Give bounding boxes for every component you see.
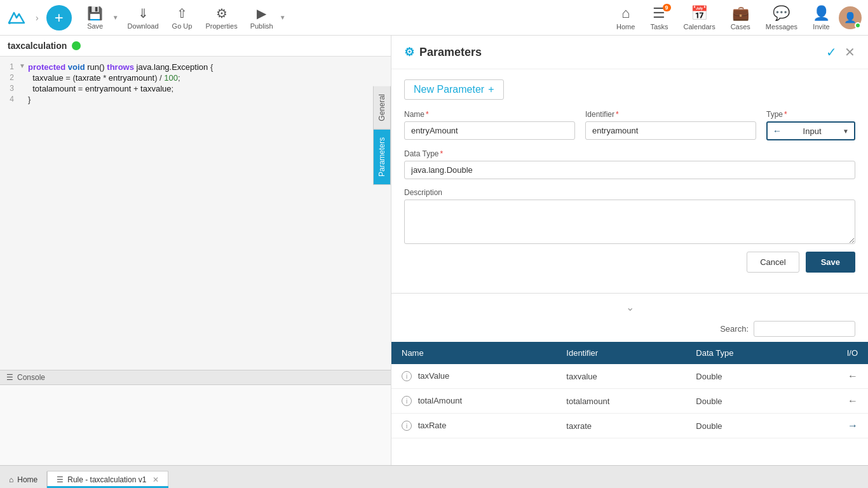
search-input[interactable] <box>754 321 855 337</box>
console-icon: ☰ <box>6 373 13 382</box>
calendars-icon: 📅 <box>691 5 708 22</box>
nav-tasks[interactable]: 9 ☰ Tasks <box>644 3 674 33</box>
tab-general[interactable]: General <box>373 86 391 130</box>
avatar-online-dot <box>855 22 861 29</box>
download-label: Download <box>128 22 159 30</box>
publish-group: ▶ Publish ▼ <box>245 3 287 32</box>
nav-messages[interactable]: 💬 Messages <box>759 3 804 33</box>
close-icon[interactable]: ✕ <box>844 44 855 60</box>
tab-close-icon[interactable]: ✕ <box>153 475 159 484</box>
code-text: totalamount = entryamount + taxvalue; <box>28 84 173 93</box>
properties-button[interactable]: ⚙ Properties <box>201 3 243 32</box>
download-button[interactable]: ⇓ Download <box>123 3 164 32</box>
properties-label: Properties <box>206 22 238 30</box>
type-select-arrow-left-icon: ← <box>773 126 782 136</box>
line-number: 3 <box>0 84 19 93</box>
info-icon[interactable]: i <box>402 421 412 431</box>
download-group: ⇓ Download <box>123 3 164 32</box>
nav-cases[interactable]: 💼 Cases <box>724 3 757 33</box>
save-button[interactable]: Save <box>806 252 855 273</box>
publish-dropdown-arrow[interactable]: ▼ <box>278 14 287 21</box>
divider <box>391 293 868 294</box>
nav-home[interactable]: ⌂ Home <box>610 3 641 33</box>
properties-icon: ⚙ <box>216 6 227 21</box>
col-io: I/O <box>804 342 868 364</box>
table-header: Name Identifier Data Type I/O <box>391 342 868 364</box>
side-tabs: General Parameters <box>373 86 391 185</box>
publish-label: Publish <box>250 22 273 30</box>
invite-icon: 👤 <box>813 5 830 22</box>
table-row: i totalAmount totalamount Double ← <box>391 389 868 414</box>
user-avatar[interactable]: 👤 <box>839 6 862 29</box>
cancel-button[interactable]: Cancel <box>747 252 799 273</box>
console-panel: ☰ Console <box>0 370 391 465</box>
nav-invite[interactable]: 👤 Invite <box>806 3 836 33</box>
messages-icon: 💬 <box>773 5 790 22</box>
confirm-icon[interactable]: ✓ <box>826 44 837 60</box>
save-group: 💾 Save ▼ <box>79 3 120 32</box>
type-label: Type* <box>766 110 855 119</box>
description-group: Description <box>404 188 855 244</box>
cell-identifier: taxvalue <box>556 364 686 389</box>
name-identifier-type-row: Name* Identifier* Type* ← In <box>404 110 855 140</box>
type-dropdown-icon[interactable]: ▼ <box>843 128 849 135</box>
type-select[interactable]: ← Input ▼ <box>766 121 855 140</box>
data-type-label: Data Type* <box>404 149 855 158</box>
identifier-input[interactable] <box>585 121 756 140</box>
fold-toggle <box>19 95 28 102</box>
go-up-icon: ⇧ <box>177 6 187 21</box>
logo <box>6 8 27 28</box>
data-type-group: Data Type* <box>404 149 855 179</box>
go-up-button[interactable]: ⇧ Go Up <box>166 3 198 32</box>
nav-back-icon[interactable]: › <box>36 13 39 23</box>
type-value: Input <box>803 126 822 136</box>
parameters-form-section: New Parameter + Name* Identifier* <box>391 69 868 288</box>
save-button[interactable]: 💾 Save <box>79 3 111 32</box>
parameters-title: ⚙ Parameters <box>404 45 482 59</box>
info-icon[interactable]: i <box>402 396 412 406</box>
name-input[interactable] <box>404 121 575 140</box>
new-parameter-button[interactable]: New Parameter + <box>404 79 504 100</box>
info-icon[interactable]: i <box>402 371 412 381</box>
table-body: i taxValue taxvalue Double ← i totalAmou… <box>391 364 868 438</box>
cell-name: i taxRate <box>391 414 556 438</box>
save-dropdown-arrow[interactable]: ▼ <box>111 14 120 21</box>
param-name: taxValue <box>418 371 450 381</box>
io-arrow-left-icon: ← <box>848 370 858 381</box>
code-text: protected void run() throws java.lang.Ex… <box>28 62 213 72</box>
fold-toggle <box>19 73 28 80</box>
console-header: ☰ Console <box>0 370 391 385</box>
table-header-row: Name Identifier Data Type I/O <box>391 342 868 364</box>
tab-rule[interactable]: ☰ Rule - taxcalculation v1 ✕ <box>47 471 168 488</box>
header-actions: ✓ ✕ <box>826 44 855 60</box>
code-text: taxvalue = (taxrate * entryamount) / 100… <box>28 73 180 83</box>
nav-calendars[interactable]: 📅 Calendars <box>677 3 722 33</box>
code-editor[interactable]: 1 ▼ protected void run() throws java.lan… <box>0 57 391 370</box>
fold-toggle[interactable]: ▼ <box>19 62 28 69</box>
data-type-input[interactable] <box>404 161 855 179</box>
cell-io: ← <box>804 364 868 389</box>
line-number: 4 <box>0 95 19 104</box>
name-label: Name* <box>404 110 575 119</box>
tab-home[interactable]: ⌂ Home <box>0 471 47 488</box>
home-tab-icon: ⌂ <box>9 475 13 484</box>
line-number: 1 <box>0 62 19 71</box>
nav-tasks-label: Tasks <box>650 23 668 30</box>
download-icon: ⇓ <box>138 6 149 21</box>
tab-parameters[interactable]: Parameters <box>373 130 391 185</box>
description-textarea[interactable] <box>404 200 855 244</box>
top-nav: ⌂ Home 9 ☰ Tasks 📅 Calendars 💼 Cases 💬 M… <box>610 3 862 33</box>
cell-datatype: Double <box>686 364 804 389</box>
publish-button[interactable]: ▶ Publish <box>245 3 278 32</box>
io-arrow-left-icon: ← <box>848 395 858 406</box>
code-line: 3 totalamount = entryamount + taxvalue; <box>0 83 391 94</box>
add-button[interactable]: + <box>46 5 72 30</box>
home-icon: ⌂ <box>621 5 630 22</box>
collapse-button[interactable]: ⌄ <box>391 299 868 316</box>
bottom-tab-bar: ⌂ Home ☰ Rule - taxcalculation v1 ✕ <box>0 465 868 488</box>
editor-header: taxcalculation <box>0 36 391 57</box>
rule-tab-label: Rule - taxcalculation v1 <box>67 475 146 484</box>
parameters-header: ⚙ Parameters ✓ ✕ <box>391 36 868 69</box>
cell-datatype: Double <box>686 389 804 414</box>
table-row: i taxRate taxrate Double → <box>391 414 868 438</box>
